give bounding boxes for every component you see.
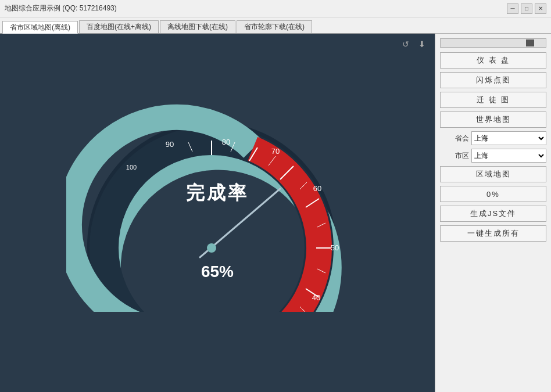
gauge-value: 65% (201, 262, 234, 281)
world-map-button[interactable]: 世界地图 (440, 112, 546, 128)
refresh-icon[interactable]: ↺ (400, 38, 412, 50)
gauge-container: 完成率 65% 0 10 20 30 40 50 (66, 91, 368, 335)
main-content: ↺ ⬇ (0, 34, 551, 392)
province-select[interactable]: 上海 北京 广东 江苏 (471, 131, 546, 145)
generate-all-button[interactable]: 一键生成所有 (440, 225, 546, 242)
dashboard-button[interactable]: 仪 表 盘 (440, 52, 546, 69)
tab-download-map[interactable]: 离线地图下载(在线) (160, 20, 235, 33)
window-controls: ─ □ ✕ (507, 3, 546, 14)
minimize-button[interactable]: ─ (507, 3, 518, 14)
maximize-button[interactable]: □ (521, 3, 532, 14)
gauge-panel: ↺ ⬇ (0, 34, 435, 392)
province-label: 省会 (440, 134, 469, 143)
scrollbar[interactable] (440, 38, 546, 48)
province-row: 省会 上海 北京 广东 江苏 (440, 131, 546, 145)
right-panel: 仪 表 盘 闪烁点图 迁 徒 图 世界地图 省会 上海 北京 广东 江苏 市区 … (435, 34, 551, 392)
title-bar: 地图综合应用示例 (QQ: 517216493) ─ □ ✕ (0, 0, 551, 17)
city-select[interactable]: 上海 徐汇 黄浦 浦东 (471, 149, 546, 163)
window-title: 地图综合应用示例 (QQ: 517216493) (5, 3, 117, 13)
tab-offline-region[interactable]: 省市区域地图(离线) (2, 21, 78, 34)
generate-js-button[interactable]: 生成JS文件 (440, 206, 546, 222)
svg-point-1 (207, 243, 216, 253)
progress-button[interactable]: 0% (440, 186, 546, 202)
migrate-map-button[interactable]: 迁 徒 图 (440, 92, 546, 108)
tab-province-outline[interactable]: 省市轮廓下载(在线) (237, 20, 312, 33)
region-map-button[interactable]: 区域地图 (440, 166, 546, 182)
gauge-title: 完成率 (186, 181, 249, 206)
download-icon[interactable]: ⬇ (416, 38, 428, 50)
tab-baidu-map[interactable]: 百度地图(在线+离线) (79, 20, 159, 33)
close-button[interactable]: ✕ (535, 3, 546, 14)
city-row: 市区 上海 徐汇 黄浦 浦东 (440, 149, 546, 163)
scrollbar-thumb (526, 39, 534, 46)
gauge-toolbar: ↺ ⬇ (400, 38, 428, 50)
tab-bar: 省市区域地图(离线) 百度地图(在线+离线) 离线地图下载(在线) 省市轮廓下载… (0, 17, 551, 34)
city-label: 市区 (440, 151, 469, 161)
flash-map-button[interactable]: 闪烁点图 (440, 72, 546, 88)
